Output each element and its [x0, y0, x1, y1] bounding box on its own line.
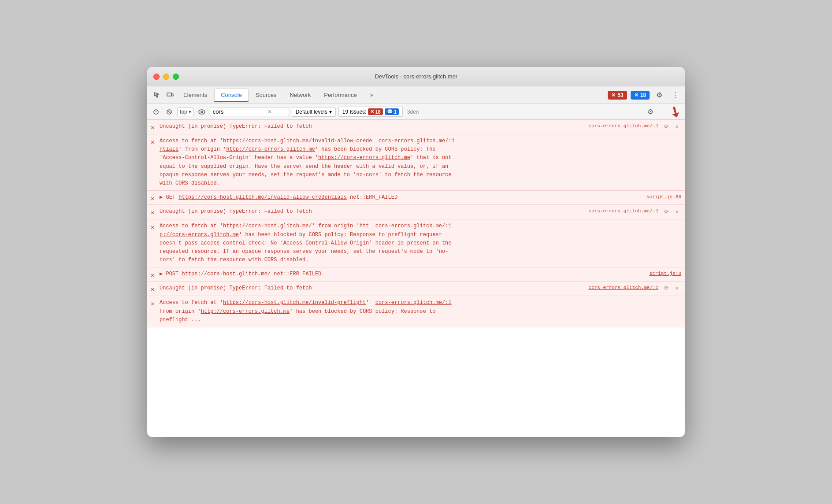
log-message-4: Uncaught (in promise) TypeError: Failed … [160, 208, 584, 216]
error-icon-6: ✕ [151, 271, 154, 280]
device-mode-button[interactable] [164, 89, 176, 101]
console-toolbar: top ▾ ✕ Default levels ▾ 19 Issues: ✕ 18… [147, 104, 685, 120]
close-action-7[interactable]: ✕ [672, 284, 681, 293]
error-icon-3: ✕ [151, 194, 154, 204]
titlebar: DevTools - cors-errors.glitch.me/ [147, 67, 685, 86]
reload-action-7[interactable]: ⟳ [662, 284, 671, 293]
tab-network[interactable]: Network [284, 89, 317, 101]
issues-error-badge: ✕ 18 [368, 108, 383, 115]
log-message-1: Uncaught (in promise) TypeError: Failed … [160, 122, 584, 131]
issues-info-badge: 💬 1 [385, 108, 399, 115]
levels-chevron-icon: ▾ [329, 109, 332, 115]
warning-x-icon: ✕ [634, 92, 639, 98]
chevron-down-icon: ▾ [189, 109, 191, 115]
log-message-7: Uncaught (in promise) TypeError: Failed … [160, 284, 584, 293]
log-entry: ✕ Access to fetch at 'https://cors-host.… [147, 134, 685, 191]
log-source-4[interactable]: cors-errors.glitch.me/:1 [589, 208, 658, 215]
toolbar-right: ✕ 53 ✕ 18 ⚙ ⋮ [608, 89, 681, 101]
minimize-button[interactable] [163, 74, 169, 80]
error-icon-1: ✕ [151, 123, 154, 133]
console-gear-icon: ⚙ [647, 107, 654, 116]
settings-button[interactable]: ⚙ [653, 89, 665, 101]
red-arrow-icon: ➘ [666, 101, 684, 122]
arrow-annotation: ➘ [659, 105, 681, 119]
log-message-5: Access to fetch at 'https://cors-host.gl… [160, 222, 681, 264]
clear-filter-icon[interactable]: ✕ [267, 109, 272, 115]
close-action-4[interactable]: ✕ [672, 208, 681, 216]
console-settings-button[interactable]: ⚙ [644, 106, 657, 118]
log-message-8: Access to fetch at 'https://cors-host.gl… [160, 299, 681, 324]
issues-x-icon: ✕ [370, 109, 374, 115]
block-network-button[interactable] [164, 107, 175, 117]
tab-more[interactable]: » [364, 89, 379, 101]
log-row-6: ▶ POST https://cors-host.glitch.me/ net:… [160, 270, 681, 278]
log-source-1[interactable]: cors-errors.glitch.me/:1 [589, 122, 658, 130]
maximize-button[interactable] [173, 74, 179, 80]
log-row-1: Uncaught (in promise) TypeError: Failed … [160, 122, 681, 131]
filter-input-wrap: ✕ [210, 107, 289, 116]
close-button[interactable] [153, 74, 160, 80]
log-actions-1: ⟳ ✕ [662, 122, 681, 131]
log-row-4: Uncaught (in promise) TypeError: Failed … [160, 208, 681, 216]
error-icon-2: ✕ [151, 138, 154, 147]
errors-count-badge[interactable]: ✕ 53 [608, 91, 627, 100]
svg-rect-0 [167, 93, 171, 96]
error-icon-8: ✕ [151, 300, 154, 309]
traffic-lights [153, 74, 179, 80]
error-icon-4: ✕ [151, 208, 154, 218]
log-message-2: Access to fetch at 'https://cors-host.gl… [160, 137, 681, 188]
tab-performance[interactable]: Performance [318, 89, 363, 101]
svg-point-8 [201, 111, 203, 113]
log-entry: ✕ Uncaught (in promise) TypeError: Faile… [147, 282, 685, 296]
reload-action-1[interactable]: ⟳ [662, 122, 671, 131]
devtools-window: DevTools - cors-errors.glitch.me/ Elemen… [147, 67, 685, 437]
log-entry: ✕ Uncaught (in promise) TypeError: Faile… [147, 120, 685, 134]
warnings-count-badge[interactable]: ✕ 18 [631, 91, 650, 100]
svg-rect-1 [172, 94, 173, 96]
log-entry: ✕ Access to fetch at 'https://cors-host.… [147, 219, 685, 267]
reload-action-4[interactable]: ⟳ [662, 208, 671, 216]
filter-input[interactable] [213, 108, 266, 115]
context-selector[interactable]: top ▾ [177, 107, 194, 116]
svg-point-7 [199, 110, 205, 114]
log-message-6: ▶ POST https://cors-host.glitch.me/ net:… [160, 270, 645, 278]
log-row-3: ▶ GET https://cors-host.glitch.me/invali… [160, 193, 681, 202]
window-title: DevTools - cors-errors.glitch.me/ [375, 73, 457, 80]
console-content: ✕ Uncaught (in promise) TypeError: Faile… [147, 120, 685, 437]
issues-counter[interactable]: 19 Issues: ✕ 18 💬 1 [338, 107, 403, 117]
log-entry: ✕ Uncaught (in promise) TypeError: Faile… [147, 205, 685, 219]
log-row-7: Uncaught (in promise) TypeError: Failed … [160, 284, 681, 293]
main-toolbar: Elements Console Sources Network Perform… [147, 86, 685, 104]
error-icon-7: ✕ [151, 285, 154, 294]
log-actions-4: ⟳ ✕ [662, 208, 681, 216]
svg-line-6 [167, 110, 171, 114]
tab-console[interactable]: Console [214, 89, 249, 102]
log-entry: ✕ ▶ GET https://cors-host.glitch.me/inva… [147, 191, 685, 205]
inspect-element-button[interactable] [151, 89, 163, 101]
gear-icon: ⚙ [656, 91, 662, 99]
log-source-6[interactable]: script.js:3 [649, 270, 681, 278]
tab-elements[interactable]: Elements [177, 89, 213, 101]
error-icon-5: ✕ [151, 223, 154, 232]
error-x-icon: ✕ [611, 92, 616, 98]
eye-button[interactable] [197, 107, 207, 117]
clear-console-button[interactable] [151, 107, 161, 117]
close-action-1[interactable]: ✕ [672, 122, 681, 131]
hidden-count: 3den [407, 109, 419, 115]
log-message-3: ▶ GET https://cors-host.glitch.me/invali… [160, 193, 642, 202]
log-source-7[interactable]: cors-errors.glitch.me/:1 [589, 284, 658, 292]
log-actions-7: ⟳ ✕ [662, 284, 681, 293]
tab-sources[interactable]: Sources [249, 89, 283, 101]
log-entry: ✕ Access to fetch at 'https://cors-host.… [147, 296, 685, 327]
log-source-3[interactable]: script.js:86 [646, 193, 681, 201]
more-menu-button[interactable]: ⋮ [669, 89, 681, 101]
issues-info-icon: 💬 [387, 109, 393, 115]
more-dots-icon: ⋮ [672, 91, 679, 99]
log-entry: ✕ ▶ POST https://cors-host.glitch.me/ ne… [147, 267, 685, 282]
log-levels-button[interactable]: Default levels ▾ [292, 107, 336, 117]
